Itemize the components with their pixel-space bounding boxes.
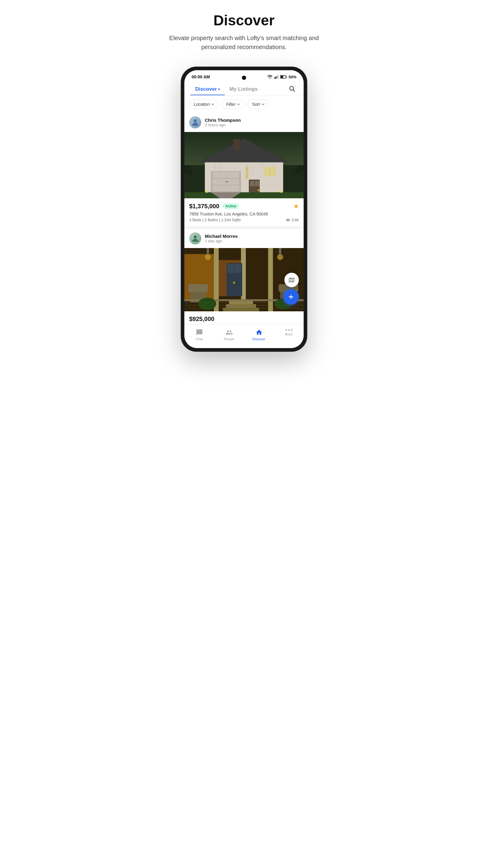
svg-rect-0 [274,78,275,79]
property-details-1: $1,375,000 Active ★ 7858 Truxton Ave, Lo… [184,198,304,229]
home-icon [255,329,263,336]
favorite-star-1[interactable]: ★ [293,203,299,210]
svg-rect-6 [281,76,283,78]
baths-label: 2 Baths [204,218,218,222]
discover-tab-label: Discover [195,86,217,92]
svg-point-46 [194,236,197,239]
agent-info-2: Michael Morres 1 day ago [205,234,238,243]
svg-rect-27 [255,181,259,186]
svg-rect-21 [213,172,239,178]
page-title: Discover [214,12,275,29]
battery-icon [280,75,287,79]
svg-rect-23 [213,185,239,191]
agent-name-2: Michael Morres [205,234,238,239]
plus-icon [288,293,294,300]
listing-status-badge-1: Active [222,203,239,209]
status-time: 00:00 AM [192,74,210,79]
views-count: 3.6k [291,218,299,222]
chevron-down-icon: ▾ [218,87,220,91]
svg-point-28 [258,189,259,191]
price-row-1: $1,375,000 Active ★ [189,203,299,210]
add-listing-button[interactable] [283,289,299,305]
svg-point-79 [285,330,287,331]
more-icon [285,329,293,331]
search-button[interactable] [286,83,298,96]
svg-rect-1 [275,76,276,79]
more-label: More [285,333,293,336]
listing-price-1: $1,375,000 [189,203,219,210]
nav-discover[interactable]: Discover [244,328,274,342]
svg-rect-26 [250,181,254,186]
sort-button[interactable]: Sort [248,99,269,109]
svg-rect-5 [286,76,287,78]
nav-people[interactable]: People [214,328,244,342]
svg-point-41 [205,190,208,193]
chevron-down-icon [261,103,264,105]
front-camera [242,76,246,80]
my-listings-tab-label: My Listings [230,86,258,92]
phone-shell: 00:00 AM [181,67,307,352]
property-image-2[interactable] [184,248,304,311]
chevron-down-icon [211,103,214,105]
listing-card-2[interactable]: Michael Morres 1 day ago [184,229,304,324]
nav-more[interactable]: More [274,328,304,342]
svg-rect-43 [233,139,240,150]
house-image-1 [184,132,304,198]
agent-time-2: 1 day ago [205,239,238,243]
sqft-label: 1,244 Sqfts [221,218,241,222]
property-image-1[interactable] [184,132,304,198]
beds-label: 3 Beds [189,218,201,222]
svg-rect-24 [225,181,228,182]
agent-name-1: Chris Thompson [205,118,241,123]
listing-views-1: 3.6k [286,218,299,222]
listing-specs-1: 3 Beds | 2 Baths | 1,244 Sqfts [189,218,241,222]
people-icon [226,329,233,336]
svg-point-9 [194,119,197,122]
agent-row-2: Michael Morres 1 day ago [184,229,304,248]
discover-nav-label: Discover [253,337,265,341]
eye-icon [286,218,290,221]
agent-avatar-2 [189,232,201,244]
chat-label: Chat [196,337,203,341]
agent-avatar-icon [192,119,199,126]
listing-card-1[interactable]: Chris Thompson 2 hours ago [184,113,304,229]
location-label: Location [194,102,210,107]
sort-label: Sort [252,102,260,107]
svg-point-42 [280,190,283,193]
tab-discover[interactable]: Discover ▾ [190,83,225,95]
page-subtitle: Elevate property search with Lofty's sma… [169,33,319,52]
nav-chat[interactable]: Chat [184,328,214,342]
battery-level: 50% [289,75,296,79]
status-bar: 00:00 AM [184,70,304,82]
search-icon [289,85,295,92]
agent-info-1: Chris Thompson 2 hours ago [205,118,241,127]
status-icons: 50% [267,75,296,79]
agent-row-1: Chris Thompson 2 hours ago [184,113,304,132]
location-filter[interactable]: Location [189,99,219,109]
svg-rect-2 [276,76,278,79]
filter-bar: Location Filter Sort [184,96,304,113]
svg-rect-39 [184,192,304,198]
svg-rect-3 [278,75,278,79]
phone-screen: 00:00 AM [184,70,304,348]
tab-my-listings[interactable]: My Listings [225,83,263,95]
chevron-down-icon [237,103,240,105]
svg-point-81 [291,330,292,331]
svg-line-8 [293,90,295,91]
signal-icon [274,75,278,79]
agent-avatar-icon-2 [192,235,199,242]
map-icon [288,277,295,283]
map-view-button[interactable] [284,273,299,287]
listing-price-2: $925,000 [184,311,304,324]
specs-row-1: 3 Beds | 2 Baths | 1,244 Sqfts [189,218,299,222]
svg-point-45 [288,219,288,220]
listing-address-1: 7858 Truxton Ave, Los Angeles, CA 90045 [189,212,299,216]
nav-tabs: Discover ▾ My Listings [184,82,304,96]
wifi-icon [267,75,272,79]
svg-point-80 [288,330,290,331]
filter-label: Filter [226,102,235,107]
price-group-1: $1,375,000 Active [189,203,239,210]
listings-feed: Chris Thompson 2 hours ago [184,113,304,324]
chat-icon [196,329,203,336]
filter-button[interactable]: Filter [222,99,245,109]
